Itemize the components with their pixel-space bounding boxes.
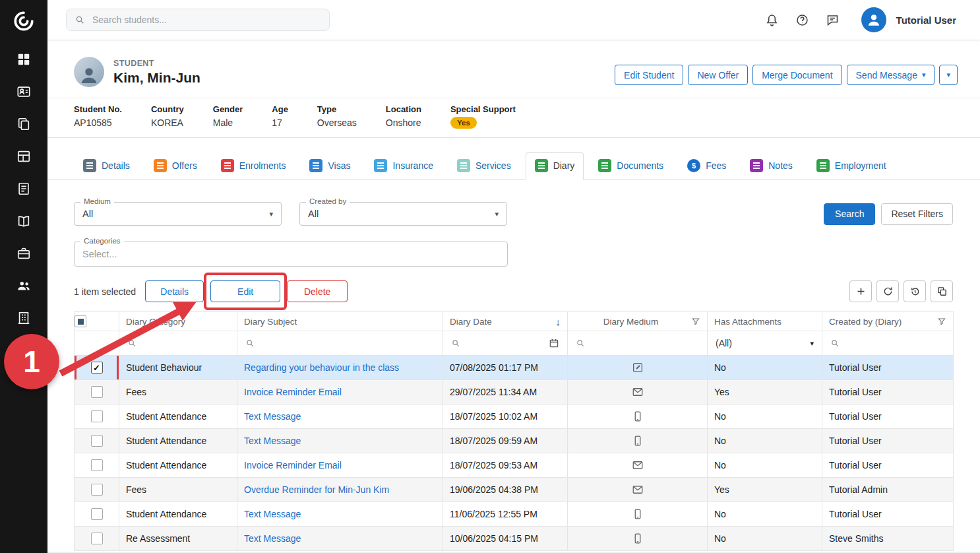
diary-subject-link[interactable]: Overdue Reminder for Min-Jun Kim [244, 484, 389, 495]
attachments-cell: No [708, 453, 822, 478]
student-search[interactable] [66, 9, 330, 31]
row-checkbox[interactable] [91, 386, 103, 398]
diary-subject-link[interactable]: Text Message [244, 533, 301, 544]
row-checkbox[interactable] [91, 508, 103, 520]
sidebar-item-employment[interactable] [16, 246, 31, 261]
diary-subject-link[interactable]: Text Message [244, 509, 301, 519]
category-filter-search-icon[interactable] [127, 339, 137, 348]
insurance-tab-icon [374, 159, 387, 172]
copy-button[interactable] [931, 280, 953, 302]
filter-funnel-icon[interactable] [937, 317, 946, 326]
table-row[interactable]: Student AttendanceText Message18/07/2025… [75, 405, 954, 429]
date-filter-search-icon[interactable] [451, 339, 460, 348]
app-logo[interactable] [9, 6, 39, 36]
attachments-filter-select[interactable]: (All) [716, 338, 732, 348]
topbar-right: Tutorial User [765, 7, 980, 32]
tab-services[interactable]: Services [448, 152, 520, 179]
tab-offers[interactable]: Offers [144, 152, 206, 179]
col-header-created-by[interactable]: Created by (Diary) [829, 317, 902, 327]
tab-diary[interactable]: Diary [526, 152, 584, 179]
created-by-filter-search-icon[interactable] [830, 339, 840, 348]
medium-select[interactable]: Medium All ▾ [74, 202, 282, 226]
row-checkbox[interactable] [91, 435, 103, 447]
reset-filters-button[interactable]: Reset Filters [881, 203, 953, 225]
edit-button[interactable]: Edit [210, 280, 280, 302]
categories-placeholder: Select... [82, 249, 499, 259]
sidebar-item-records[interactable] [16, 181, 31, 196]
merge-document-button[interactable]: Merge Document [752, 65, 842, 85]
sidebar-nav [16, 52, 31, 325]
messages-icon[interactable] [826, 13, 840, 27]
tab-employment[interactable]: Employment [807, 152, 896, 179]
user-name[interactable]: Tutorial User [896, 15, 956, 26]
diary-subject-link[interactable]: Invoice Reminder Email [244, 460, 342, 471]
search-button[interactable]: Search [824, 203, 875, 225]
filter-funnel-icon[interactable] [691, 317, 700, 326]
diary-subject-link[interactable]: Invoice Reminder Email [244, 387, 342, 397]
subject-filter-search-icon[interactable] [245, 339, 255, 348]
categories-select[interactable]: Categories Select... [74, 242, 508, 267]
col-header-diary-date[interactable]: Diary Date [450, 317, 492, 327]
sidebar-item-layout[interactable] [16, 149, 31, 164]
col-header-diary-subject[interactable]: Diary Subject [244, 317, 297, 327]
attachments-cell: No [708, 356, 822, 380]
row-checkbox[interactable] [91, 533, 103, 544]
sidebar-item-contacts[interactable] [16, 84, 31, 99]
tab-details[interactable]: Details [74, 152, 139, 179]
edit-student-button[interactable]: Edit Student [615, 65, 683, 85]
add-button[interactable] [849, 280, 872, 302]
col-header-diary-medium[interactable]: Diary Medium [574, 317, 687, 327]
notifications-bell-icon[interactable] [765, 13, 779, 27]
row-checkbox[interactable] [91, 484, 103, 496]
sidebar-item-agents[interactable] [16, 278, 31, 293]
diary-category-cell: Student Attendance [119, 453, 237, 478]
table-row[interactable]: ✓Student BehaviourRegarding your behavio… [75, 356, 954, 380]
info-age: Age17 [272, 104, 288, 129]
diary-subject-link[interactable]: Text Message [244, 436, 301, 446]
user-avatar[interactable] [861, 7, 886, 32]
send-message-button[interactable]: Send Message ▾ [847, 65, 935, 85]
table-row[interactable]: FeesInvoice Reminder Email29/07/2025 11:… [75, 380, 954, 405]
diary-subject-link[interactable]: Regarding your behaviour in the class [244, 362, 399, 373]
diary-medium-cell [568, 453, 708, 478]
table-row[interactable]: FeesOverdue Reminder for Min-Jun Kim19/0… [75, 478, 954, 502]
row-checkbox[interactable] [91, 459, 103, 471]
diary-category-cell: Re Assessment [119, 527, 237, 551]
select-all-checkbox[interactable] [75, 315, 86, 327]
col-header-diary-category[interactable]: Diary Category [126, 317, 185, 327]
diary-subject-cell: Regarding your behaviour in the class [237, 356, 443, 380]
row-checkbox[interactable]: ✓ [91, 362, 103, 374]
person-icon [865, 11, 882, 28]
tab-notes[interactable]: Notes [741, 152, 802, 179]
medium-filter-search-icon[interactable] [576, 339, 585, 348]
refresh-button[interactable] [876, 280, 899, 302]
created-by-select[interactable]: Created by All ▾ [299, 202, 507, 226]
sort-descending-icon[interactable]: ↓ [556, 316, 561, 327]
sidebar-item-courses[interactable] [16, 214, 31, 228]
tab-insurance[interactable]: Insurance [365, 152, 442, 179]
new-offer-button[interactable]: New Offer [688, 65, 748, 85]
col-header-has-attachments[interactable]: Has Attachments [714, 317, 781, 327]
tab-documents[interactable]: Documents [589, 152, 673, 179]
filter-row: Medium All ▾ Created by All ▾ Search Res… [74, 202, 953, 226]
more-actions-button[interactable]: ▾ [939, 65, 958, 85]
table-row[interactable]: Re AssessmentText Message10/06/2025 04:1… [75, 527, 954, 551]
diary-subject-link[interactable]: Text Message [244, 411, 301, 422]
details-button[interactable]: Details [145, 280, 204, 302]
sidebar-item-facilities[interactable] [16, 311, 31, 325]
table-row[interactable]: Student AttendanceText Message11/06/2025… [75, 502, 954, 527]
diary-medium-cell [568, 502, 708, 527]
search-input[interactable] [91, 14, 321, 26]
table-row[interactable]: Student AttendanceText Message18/07/2025… [75, 429, 954, 453]
sidebar-item-pages[interactable] [16, 117, 31, 131]
table-row[interactable]: Student AttendanceInvoice Reminder Email… [75, 453, 954, 478]
date-picker-calendar-icon[interactable] [549, 338, 559, 348]
tab-visas[interactable]: Visas [300, 152, 359, 179]
sidebar-item-dashboard[interactable] [16, 52, 31, 67]
history-button[interactable] [903, 280, 926, 302]
help-icon[interactable] [795, 13, 809, 27]
row-checkbox[interactable] [91, 410, 103, 422]
tab-enrolments[interactable]: Enrolments [212, 152, 295, 179]
tab-fees[interactable]: $Fees [678, 152, 735, 179]
delete-button[interactable]: Delete [287, 280, 348, 302]
